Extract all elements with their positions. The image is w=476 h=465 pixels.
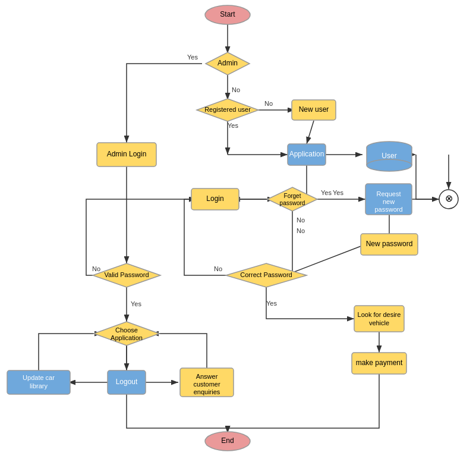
login-label: Login (206, 194, 223, 203)
label-yes-forget: Yes (333, 189, 343, 196)
arrow-newpwd-correct (285, 244, 365, 275)
admin-label: Admin (217, 59, 238, 67)
label-yes-admin: Yes (187, 54, 198, 61)
look-vehicle-label1: Look for desire (358, 311, 401, 318)
label-no-registered: No (232, 86, 240, 93)
update-car-label2: library (30, 382, 48, 389)
request-label1: Request (377, 190, 401, 197)
answer-label3: enquiries (194, 388, 220, 395)
arrow-newuser-application (307, 121, 314, 144)
end-label: End (221, 436, 234, 445)
answer-label2: customer (193, 381, 220, 388)
forget-label: Forget (284, 193, 301, 199)
label-no-login: No (214, 265, 222, 272)
choose-label2: Application (111, 334, 143, 341)
user-label: User (382, 152, 396, 160)
new-user-label: New user (299, 105, 329, 114)
label-yes-application: Yes (228, 122, 238, 129)
forget-label2: password (280, 200, 305, 206)
label-yes-choose: Yes (131, 300, 141, 307)
make-payment-label: make payment (356, 359, 403, 367)
arrow-update-choose (39, 334, 102, 370)
look-vehicle-label2: vehicle (369, 319, 389, 326)
answer-label1: Answer (196, 373, 218, 380)
new-password-label: New password (366, 240, 413, 248)
label-yes-look: Yes (266, 300, 277, 307)
label-no-correct: No (297, 227, 305, 234)
arrow-correct-yes (266, 285, 354, 319)
correct-password-label: Correct Password (240, 271, 292, 278)
arrow-admin-yes (127, 64, 202, 143)
label-yes-request: Yes (321, 189, 332, 196)
arrow-cross-user (416, 155, 432, 199)
arrow-correct-no (184, 199, 247, 275)
arrow-payment-end (228, 374, 379, 433)
admin-login-label: Admin Login (107, 150, 147, 158)
label-no-forget: No (297, 216, 305, 224)
label-no-valid: No (92, 265, 100, 272)
choose-label1: Choose (115, 326, 138, 334)
update-car-label1: Update car (23, 374, 55, 381)
valid-password-label: Valid Password (105, 271, 149, 278)
arrow-forget-no (285, 209, 292, 275)
logout-label: Logout (116, 378, 138, 386)
registered-label: Registered user (204, 106, 251, 113)
arrow-valid-no-loop (86, 199, 196, 275)
start-label: Start (220, 10, 235, 18)
application-label: Application (289, 150, 324, 158)
cross-label: ⊗ (445, 193, 453, 203)
user-cylinder-bottom (367, 159, 412, 171)
label-no-newuser: No (264, 100, 273, 107)
request-label3: password (374, 206, 402, 213)
arrow-answer-choose (152, 334, 207, 370)
request-label2: new (383, 198, 395, 205)
